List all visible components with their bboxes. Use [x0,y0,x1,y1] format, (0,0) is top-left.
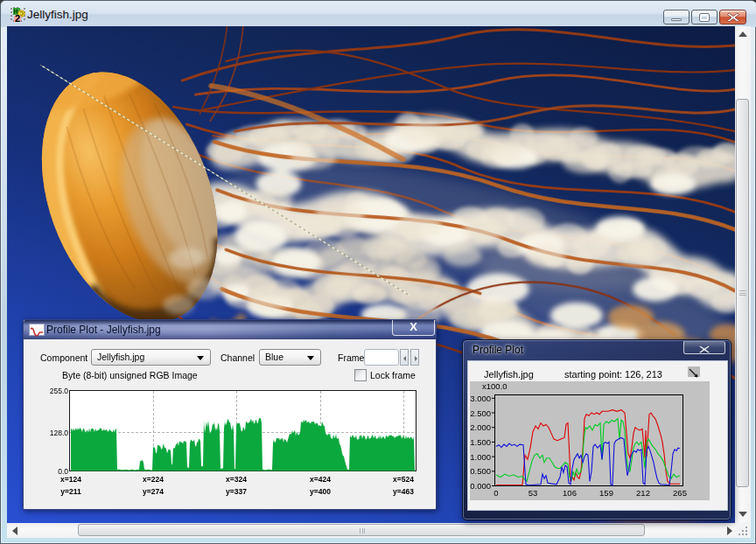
svg-text:x=424: x=424 [310,475,331,484]
svg-text:y=274: y=274 [143,487,164,496]
svg-text:265: 265 [673,488,687,498]
svg-text:1.500: 1.500 [470,437,491,447]
svg-text:x100.0: x100.0 [482,381,508,391]
svg-text:0: 0 [494,488,498,498]
svg-text:x=224: x=224 [143,475,164,484]
svg-text:y=463: y=463 [393,487,414,496]
svg-text:128.0: 128.0 [50,429,69,437]
svg-text:0.500: 0.500 [470,466,491,476]
svg-text:0.0: 0.0 [58,467,68,476]
svg-text:2.000: 2.000 [470,422,491,432]
svg-text:x=524: x=524 [393,475,414,484]
svg-text:53: 53 [528,488,538,498]
svg-text:255.0: 255.0 [50,387,69,395]
svg-text:3.000: 3.000 [470,394,491,403]
svg-text:159: 159 [599,488,613,498]
svg-text:x=324: x=324 [226,475,247,484]
svg-text:0.000: 0.000 [470,481,491,491]
svg-text:y=211: y=211 [60,487,81,496]
svg-text:2.500: 2.500 [470,408,491,418]
svg-text:212: 212 [636,488,650,498]
svg-text:x=124: x=124 [60,475,81,484]
svg-text:1.000: 1.000 [470,452,491,462]
svg-text:2: 2 [15,13,20,22]
svg-text:y=337: y=337 [226,487,247,496]
svg-text:106: 106 [563,488,577,498]
svg-text:y=400: y=400 [310,487,331,496]
